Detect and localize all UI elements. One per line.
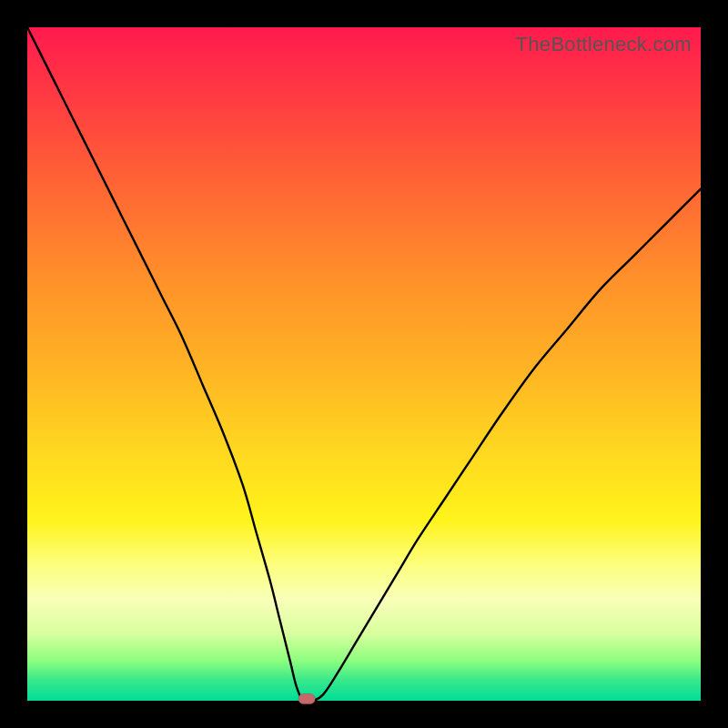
- plot-area: TheBottleneck.com: [27, 27, 701, 701]
- optimum-marker: [298, 694, 315, 704]
- chart-frame: TheBottleneck.com: [0, 0, 728, 728]
- bottleneck-curve: [27, 27, 701, 702]
- curve-layer: [27, 27, 701, 701]
